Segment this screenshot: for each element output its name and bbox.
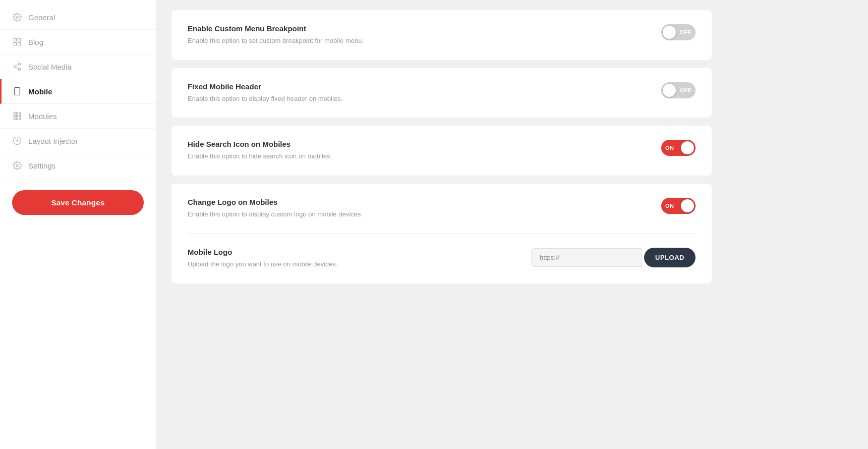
card-desc-hide-search: Enable this option to hide search icon o…: [188, 151, 332, 161]
sidebar-item-layout-injector[interactable]: Layout Injector: [0, 129, 156, 153]
upload-input-wrap: UPLOAD: [531, 248, 696, 267]
toggle-knob-fixed-header: [663, 84, 676, 97]
sidebar-item-mobile-label: Mobile: [28, 87, 52, 96]
toggle-knob-custom-menu: [663, 26, 676, 39]
card-title-custom-menu: Enable Custom Menu Breakpoint: [188, 24, 364, 33]
svg-rect-15: [14, 116, 15, 117]
sidebar-item-general[interactable]: General: [0, 5, 156, 30]
svg-rect-3: [18, 43, 21, 45]
modules-icon: [12, 111, 22, 121]
mobile-logo-desc: Upload the logo you want to use on mobil…: [188, 259, 337, 269]
card-change-logo: Change Logo on Mobiles Enable this optio…: [171, 184, 712, 284]
svg-rect-1: [14, 38, 16, 41]
svg-rect-17: [19, 116, 21, 117]
sidebar-item-blog[interactable]: Blog: [0, 30, 156, 54]
card-fixed-mobile-header: Fixed Mobile Header Enable this option t…: [171, 68, 712, 118]
mobile-logo-row: Mobile Logo Upload the logo you want to …: [188, 233, 696, 269]
sidebar-item-settings[interactable]: Settings: [0, 153, 156, 178]
save-changes-button[interactable]: Save Changes: [12, 190, 144, 215]
sidebar-item-general-label: General: [28, 13, 55, 22]
svg-rect-20: [19, 118, 21, 120]
mobile-icon: [12, 86, 22, 96]
svg-rect-16: [17, 116, 18, 117]
svg-rect-4: [14, 43, 16, 45]
toggle-change-logo[interactable]: ON: [661, 198, 696, 214]
sidebar-item-modules[interactable]: Modules: [0, 104, 156, 129]
toggle-wrap-fixed-header: OFF: [661, 82, 696, 98]
toggle-hide-search[interactable]: ON: [661, 140, 696, 156]
upload-button[interactable]: UPLOAD: [644, 248, 696, 267]
sidebar-item-social-media[interactable]: Social Media: [0, 54, 156, 79]
sidebar-item-modules-label: Modules: [28, 112, 57, 121]
gear-icon: [12, 12, 22, 22]
svg-rect-19: [17, 118, 18, 120]
sidebar-item-settings-label: Settings: [28, 161, 55, 170]
toggle-custom-menu[interactable]: OFF: [661, 24, 696, 40]
sidebar: General Blog Social Media Mobile Modules…: [0, 0, 156, 449]
layout-icon: [12, 136, 22, 146]
card-text-custom-menu: Enable Custom Menu Breakpoint Enable thi…: [188, 24, 364, 46]
toggle-wrap-hide-search: ON: [661, 140, 696, 156]
svg-point-6: [14, 66, 16, 68]
sidebar-item-social-label: Social Media: [28, 63, 72, 71]
card-hide-search-icon: Hide Search Icon on Mobiles Enable this …: [171, 126, 712, 176]
svg-point-7: [18, 68, 21, 71]
toggle-label-fixed-header: OFF: [680, 87, 692, 93]
mobile-logo-text: Mobile Logo Upload the logo you want to …: [188, 248, 337, 269]
toggle-wrap-change-logo: ON: [661, 198, 696, 214]
toggle-label-hide-search: ON: [665, 145, 674, 151]
sidebar-item-mobile[interactable]: Mobile: [0, 79, 156, 104]
svg-line-8: [16, 67, 18, 69]
card-title-change-logo: Change Logo on Mobiles: [188, 198, 363, 206]
card-title-hide-search: Hide Search Icon on Mobiles: [188, 140, 332, 148]
toggle-label-change-logo: ON: [665, 203, 674, 209]
card-text-fixed-header: Fixed Mobile Header Enable this option t…: [188, 82, 342, 104]
card-desc-custom-menu: Enable this option to set custom breakpo…: [188, 36, 364, 46]
blog-icon: [12, 37, 22, 47]
svg-point-5: [18, 63, 21, 66]
toggle-knob-change-logo: [681, 199, 694, 212]
toggle-wrap-custom-menu: OFF: [661, 24, 696, 40]
card-text-change-logo: Change Logo on Mobiles Enable this optio…: [188, 198, 363, 219]
main-content: Enable Custom Menu Breakpoint Enable thi…: [156, 0, 727, 449]
right-panel: [727, 0, 868, 449]
toggle-label-custom-menu: OFF: [680, 29, 692, 35]
svg-rect-12: [14, 113, 15, 114]
svg-rect-14: [19, 113, 21, 114]
settings-icon: [12, 160, 22, 171]
svg-point-24: [16, 164, 19, 167]
svg-rect-13: [17, 113, 18, 114]
svg-rect-2: [18, 38, 21, 41]
mobile-logo-title: Mobile Logo: [188, 248, 337, 256]
social-icon: [12, 62, 22, 72]
toggle-knob-hide-search: [681, 141, 694, 154]
svg-rect-18: [14, 118, 15, 120]
svg-point-0: [16, 16, 19, 19]
card-text-hide-search: Hide Search Icon on Mobiles Enable this …: [188, 140, 332, 161]
toggle-fixed-header[interactable]: OFF: [661, 82, 696, 98]
svg-line-9: [16, 65, 18, 66]
card-title-fixed-header: Fixed Mobile Header: [188, 82, 342, 91]
card-desc-change-logo: Enable this option to display custom log…: [188, 209, 363, 219]
sidebar-item-blog-label: Blog: [28, 38, 43, 46]
card-desc-fixed-header: Enable this option to display fixed head…: [188, 94, 342, 104]
mobile-logo-input[interactable]: [531, 248, 642, 267]
card-custom-menu-breakpoint: Enable Custom Menu Breakpoint Enable thi…: [171, 10, 712, 60]
sidebar-item-layout-label: Layout Injector: [28, 137, 78, 145]
